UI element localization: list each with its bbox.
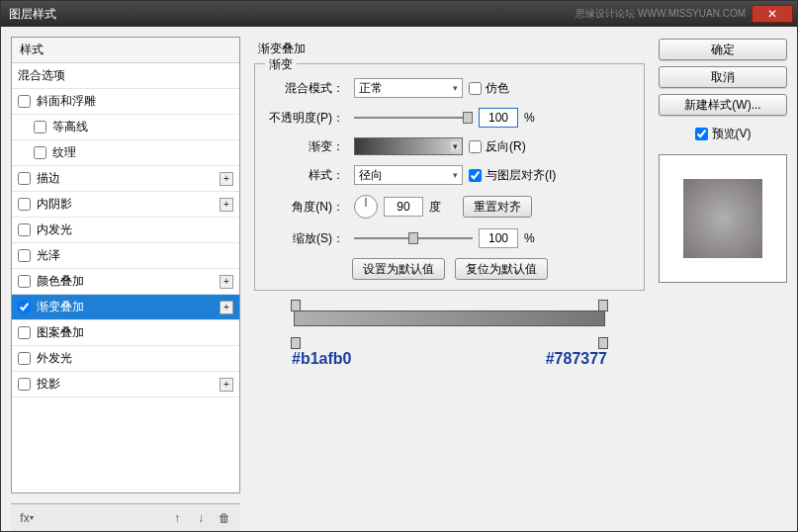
gradient-bar[interactable] <box>294 310 605 326</box>
add-icon[interactable]: + <box>220 172 233 186</box>
reset-align-button[interactable]: 重置对齐 <box>463 196 532 218</box>
chevron-down-icon: ▾ <box>453 83 458 93</box>
fx-icon[interactable]: fx▾ <box>17 509 37 527</box>
angle-input[interactable]: 90 <box>384 197 423 217</box>
add-icon[interactable]: + <box>220 301 233 314</box>
close-button[interactable]: ✕ <box>752 5 793 23</box>
align-checkbox[interactable]: 与图层对齐(I) <box>469 167 556 184</box>
window-title: 图层样式 <box>5 6 56 23</box>
gradient-editor[interactable] <box>294 310 605 340</box>
style-item-0[interactable]: 斜面和浮雕 <box>12 89 239 115</box>
blend-mode-label: 混合模式： <box>265 80 344 97</box>
opacity-slider[interactable] <box>354 112 473 124</box>
add-icon[interactable]: + <box>220 275 233 289</box>
group-title: 渐变叠加 <box>254 41 645 57</box>
style-item-9[interactable]: 图案叠加 <box>12 320 239 346</box>
settings-panel: 渐变叠加 渐变 混合模式： 正常 ▾ 仿色 不透明度(P)： <box>250 37 649 493</box>
angle-dial[interactable] <box>354 195 378 219</box>
style-item-5[interactable]: 内发光 <box>12 218 239 243</box>
scale-slider[interactable] <box>354 232 473 244</box>
preview-box <box>659 154 787 283</box>
ok-button[interactable]: 确定 <box>659 39 787 60</box>
footer-toolbar: fx▾ ↑ ↓ 🗑 <box>11 503 240 531</box>
color-stop-left[interactable] <box>291 337 301 349</box>
style-item-2[interactable]: 纹理 <box>12 140 239 166</box>
blend-mode-select[interactable]: 正常 ▾ <box>354 78 463 98</box>
gradient-fieldset: 渐变 混合模式： 正常 ▾ 仿色 不透明度(P)： <box>254 63 645 291</box>
style-item-3[interactable]: 描边+ <box>12 166 239 192</box>
chevron-down-icon: ▾ <box>453 170 458 180</box>
hex-right: #787377 <box>546 350 607 368</box>
style-item-11[interactable]: 投影+ <box>12 372 239 398</box>
move-down-icon[interactable]: ↓ <box>191 509 211 527</box>
preview-checkbox[interactable]: 预览(V) <box>659 126 787 142</box>
opacity-stop-left[interactable] <box>291 300 301 311</box>
chevron-down-icon: ▾ <box>451 141 460 151</box>
opacity-label: 不透明度(P)： <box>265 110 344 127</box>
scale-input[interactable]: 100 <box>479 228 518 248</box>
style-item-1[interactable]: 等高线 <box>12 115 239 140</box>
style-label: 样式： <box>265 167 344 184</box>
styles-panel: 样式 混合选项 斜面和浮雕等高线纹理描边+内阴影+内发光光泽颜色叠加+渐变叠加+… <box>11 37 240 493</box>
style-item-4[interactable]: 内阴影+ <box>12 192 239 218</box>
action-panel: 确定 取消 新建样式(W)... 预览(V) <box>659 37 787 493</box>
style-item-7[interactable]: 颜色叠加+ <box>12 269 239 295</box>
trash-icon[interactable]: 🗑 <box>215 509 234 527</box>
style-item-8[interactable]: 渐变叠加+ <box>12 295 239 320</box>
opacity-input[interactable]: 100 <box>479 108 518 128</box>
add-icon[interactable]: + <box>220 198 233 212</box>
dither-checkbox[interactable]: 仿色 <box>469 80 509 97</box>
scale-label: 缩放(S)： <box>265 230 344 247</box>
style-list: 斜面和浮雕等高线纹理描边+内阴影+内发光光泽颜色叠加+渐变叠加+图案叠加外发光投… <box>12 89 239 492</box>
new-style-button[interactable]: 新建样式(W)... <box>659 94 787 116</box>
opacity-stop-right[interactable] <box>598 300 608 311</box>
color-stop-right[interactable] <box>598 337 608 349</box>
blend-options-item[interactable]: 混合选项 <box>12 63 239 89</box>
add-icon[interactable]: + <box>220 378 233 392</box>
reset-default-button[interactable]: 复位为默认值 <box>455 258 548 280</box>
style-item-6[interactable]: 光泽 <box>12 243 239 269</box>
move-up-icon[interactable]: ↑ <box>167 509 187 527</box>
fieldset-title: 渐变 <box>265 56 297 73</box>
titlebar: 图层样式 思缘设计论坛 WWW.MISSYUAN.COM ✕ <box>1 1 797 27</box>
preview-swatch <box>683 179 762 258</box>
style-select[interactable]: 径向 ▾ <box>354 165 463 185</box>
gradient-label: 渐变： <box>265 138 344 155</box>
watermark: 思缘设计论坛 WWW.MISSYUAN.COM <box>576 7 746 21</box>
reverse-checkbox[interactable]: 反向(R) <box>469 138 526 155</box>
hex-left: #b1afb0 <box>292 350 351 368</box>
set-default-button[interactable]: 设置为默认值 <box>352 258 445 280</box>
style-item-10[interactable]: 外发光 <box>12 346 239 372</box>
gradient-picker[interactable]: ▾ <box>354 137 463 155</box>
styles-header: 样式 <box>12 38 239 63</box>
angle-label: 角度(N)： <box>265 199 344 216</box>
cancel-button[interactable]: 取消 <box>659 66 787 88</box>
